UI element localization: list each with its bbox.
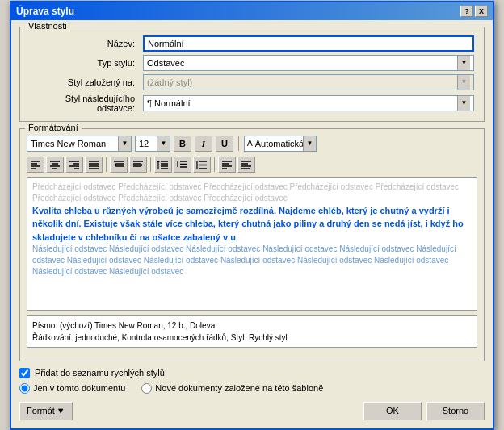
- align-left-button[interactable]: [27, 157, 44, 173]
- font-name: Times New Roman: [27, 139, 118, 148]
- format-button-label: Formát: [27, 406, 55, 415]
- preview-before: Předcházející odstavec Předcházející ods…: [32, 182, 472, 204]
- styl-zalozeny-combo[interactable]: (žádný styl) ▼: [143, 74, 474, 90]
- typ-stylu-value: Odstavec: [147, 58, 457, 68]
- cancel-button[interactable]: Storno: [426, 402, 485, 420]
- preview-main: Kvalita chleba u různých výrobců je samo…: [32, 204, 472, 244]
- line-space-15-button[interactable]: [174, 157, 191, 173]
- italic-button[interactable]: I: [195, 136, 212, 152]
- typ-stylu-label: Typ stylu:: [98, 58, 135, 68]
- radio-item-1: Jen v tomto dokumentu: [19, 383, 125, 394]
- preview-box: Předcházející odstavec Předcházející ods…: [27, 177, 477, 311]
- styl-nasl-row: Styl následujícího odstavce: ¶ Normální …: [27, 92, 477, 115]
- format-button[interactable]: Formát ▼: [19, 402, 73, 420]
- font-row: Times New Roman ▼ 12 ▼ B I U A Automatic…: [27, 136, 477, 152]
- style-info-line2: Řádkování: jednoduché, Kontrola osamocen…: [32, 332, 472, 344]
- nazev-row: Název: Normální: [27, 34, 477, 53]
- line-space-2-button[interactable]: [193, 157, 211, 173]
- format-button-arrow: ▼: [57, 406, 65, 415]
- styl-zalozeny-value: (žádný styl): [147, 77, 457, 87]
- preview-after: Následující odstavec Následující odstave…: [32, 244, 472, 278]
- radio-this-doc[interactable]: [19, 383, 30, 394]
- styl-nasl-combo[interactable]: ¶ Normální ▼: [143, 95, 474, 111]
- font-arrow[interactable]: ▼: [118, 136, 131, 151]
- size-arrow[interactable]: ▼: [157, 136, 170, 151]
- radio-new-docs[interactable]: [141, 383, 152, 394]
- close-button[interactable]: X: [475, 6, 488, 17]
- formatovani-group: Formátování Times New Roman ▼ 12 ▼ B I U…: [19, 128, 485, 361]
- dialog-window: Úprava stylu ? X Vlastnosti Název: Normá…: [10, 1, 494, 430]
- indent-decrease-button[interactable]: [110, 157, 128, 173]
- style-info: Písmo: (výchozí) Times New Roman, 12 b.,…: [27, 315, 477, 348]
- font-color-icon: A: [245, 139, 255, 148]
- bold-button[interactable]: B: [174, 136, 191, 152]
- properties-table: Název: Normální Typ stylu: Odstavec ▼ St…: [27, 34, 477, 115]
- dialog-title: Úprava stylu: [16, 6, 74, 17]
- radio-row: Jen v tomto dokumentu Nové dokumenty zal…: [19, 383, 485, 394]
- radio-new-docs-label: Nové dokumenty založené na této šabloně: [155, 383, 323, 393]
- title-bar: Úprava stylu ? X: [11, 2, 493, 20]
- space-after-button[interactable]: [237, 157, 255, 173]
- color-combo[interactable]: A Automatická ▼: [244, 136, 317, 152]
- styl-zalozeny-row: Styl založený na: (žádný styl) ▼: [27, 73, 477, 92]
- quick-styles-label: Přidat do seznamu rychlých stylů: [35, 368, 165, 378]
- size-combo[interactable]: 12 ▼: [135, 136, 170, 152]
- ok-button[interactable]: OK: [363, 402, 422, 420]
- nazev-label: Název:: [107, 39, 135, 48]
- ok-cancel-group: OK Storno: [363, 402, 485, 420]
- bottom-row: Formát ▼ OK Storno: [19, 402, 485, 420]
- styl-zalozeny-arrow[interactable]: ▼: [457, 75, 470, 90]
- vlastnosti-label: Vlastnosti: [25, 21, 70, 31]
- formatovani-label: Formátování: [25, 123, 82, 132]
- svg-marker-29: [158, 161, 160, 162]
- indent-increase-button[interactable]: [129, 157, 147, 173]
- radio-this-doc-label: Jen v tomto dokumentu: [33, 383, 125, 393]
- color-arrow[interactable]: ▼: [303, 136, 316, 151]
- style-info-line1: Písmo: (výchozí) Times New Roman, 12 b.,…: [32, 319, 472, 332]
- vlastnosti-group: Vlastnosti Název: Normální Typ stylu: Od…: [19, 27, 485, 122]
- line-space-1-button[interactable]: [154, 157, 172, 173]
- help-button[interactable]: ?: [460, 6, 473, 17]
- quick-styles-checkbox[interactable]: [19, 368, 30, 378]
- checkbox-row: Přidat do seznamu rychlých stylů: [19, 368, 485, 378]
- svg-marker-19: [114, 163, 116, 167]
- radio-item-2: Nové dokumenty založené na této šabloně: [141, 383, 323, 394]
- styl-nasl-label: Styl následujícího odstavce:: [65, 94, 135, 113]
- typ-stylu-arrow[interactable]: ▼: [457, 56, 470, 70]
- typ-stylu-combo[interactable]: Odstavec ▼: [143, 55, 474, 71]
- underline-button[interactable]: U: [216, 136, 233, 152]
- styl-zalozeny-label: Styl založený na:: [68, 77, 135, 87]
- align-row: [27, 157, 477, 173]
- separator4: [214, 157, 215, 172]
- typ-stylu-row: Typ stylu: Odstavec ▼: [27, 53, 477, 73]
- separator2: [106, 157, 107, 172]
- styl-nasl-value: ¶ Normální: [147, 98, 457, 108]
- align-justify-button[interactable]: [85, 157, 103, 173]
- align-right-button[interactable]: [65, 157, 83, 173]
- svg-marker-23: [141, 163, 143, 167]
- align-center-button[interactable]: [46, 157, 64, 173]
- separator3: [150, 157, 151, 172]
- font-size: 12: [136, 139, 157, 148]
- color-value: Automatická: [255, 139, 303, 148]
- separator1: [238, 136, 239, 151]
- styl-nasl-arrow[interactable]: ▼: [457, 96, 470, 111]
- font-combo[interactable]: Times New Roman ▼: [27, 136, 132, 152]
- nazev-input[interactable]: Normální: [143, 35, 474, 52]
- space-before-button[interactable]: [218, 157, 236, 173]
- title-bar-buttons: ? X: [460, 6, 488, 17]
